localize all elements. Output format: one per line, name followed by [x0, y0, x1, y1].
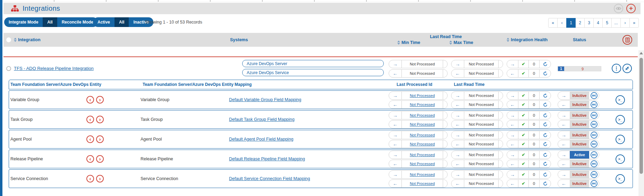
integration-name-link[interactable]: TFS - ADO Release Pipeline Integration: [14, 57, 94, 80]
add-integration-button[interactable]: +: [626, 4, 636, 13]
skip-to-end-icon[interactable]: [591, 160, 598, 167]
skip-to-end-icon[interactable]: [591, 101, 598, 108]
page-ellipsis[interactable]: ...: [611, 18, 621, 28]
mapping-link[interactable]: Default Task Group Field Mapping: [229, 110, 295, 128]
last-processed-id-link[interactable]: Not Processed: [401, 112, 443, 119]
sort-icon[interactable]: [397, 41, 400, 45]
page-prev[interactable]: ‹: [557, 18, 567, 28]
skip-to-end-icon[interactable]: [591, 132, 598, 139]
page-2[interactable]: 2: [575, 18, 585, 28]
sync-icon[interactable]: [540, 92, 551, 99]
skip-to-end-icon[interactable]: [591, 121, 598, 128]
mapping-link[interactable]: Default Release Pipeline Field Mapping: [229, 150, 305, 168]
last-processed-id-link[interactable]: Not Processed: [401, 140, 443, 148]
status-badge: InActive: [570, 180, 589, 187]
skip-to-end-icon[interactable]: [591, 92, 598, 99]
chevron-right-icon[interactable]: ›: [96, 96, 104, 104]
scrollbar-thumb[interactable]: [639, 58, 643, 174]
chevron-left-icon[interactable]: ‹: [86, 116, 94, 123]
page-5[interactable]: 5: [602, 18, 612, 28]
scroll-up-icon[interactable]: [639, 52, 643, 54]
sort-icon[interactable]: [14, 38, 17, 42]
last-processed-reverse: ← Not Processed: [389, 100, 448, 109]
sync-icon[interactable]: [540, 70, 551, 77]
skip-to-end-icon[interactable]: [591, 171, 598, 178]
min-time-reverse: ← Not Processed: [389, 69, 448, 78]
skip-to-end-icon[interactable]: [591, 112, 598, 119]
status-completed-count: 1: [558, 66, 564, 71]
status-badge: InActive: [570, 112, 589, 119]
toggle-reconcile-mode[interactable]: Reconcile Mode: [57, 17, 98, 27]
select-all-radio[interactable]: [6, 37, 11, 42]
sync-icon[interactable]: [540, 160, 551, 168]
eye-icon[interactable]: [614, 4, 623, 13]
chevron-left-icon[interactable]: ‹: [86, 96, 94, 104]
last-read-value: Not Processed: [464, 160, 499, 168]
forward-arrow-icon: →: [389, 131, 401, 139]
last-processed-id-link[interactable]: Not Processed: [401, 121, 443, 128]
sync-icon[interactable]: [540, 151, 551, 159]
column-last-read-time: Last Read Time: [389, 34, 503, 39]
sync-icon[interactable]: [540, 112, 551, 119]
terminal-icon[interactable]: >_: [616, 135, 625, 144]
column-min-time: Min Time: [401, 40, 420, 45]
status-badge: InActive: [570, 92, 589, 99]
mapping-link[interactable]: Default Service Connection Field Mapping: [229, 170, 310, 188]
chevron-right-icon[interactable]: ›: [96, 155, 104, 163]
collapse-icon[interactable]: [622, 64, 632, 73]
toggle-active[interactable]: Active: [93, 17, 115, 27]
last-processed-id-link[interactable]: Not Processed: [401, 151, 443, 159]
forward-arrow-icon: →: [507, 112, 518, 119]
chevron-left-icon[interactable]: ‹: [86, 135, 94, 143]
toggle-integrate-mode[interactable]: Integrate Mode: [4, 17, 43, 27]
skip-to-end-icon[interactable]: [591, 180, 598, 187]
report-icon[interactable]: [622, 35, 632, 45]
mapping-link[interactable]: Default Variable Group Field Mapping: [229, 91, 301, 109]
terminal-icon[interactable]: >_: [616, 174, 625, 184]
sync-icon[interactable]: [540, 171, 551, 178]
skip-to-end-icon[interactable]: [591, 141, 598, 148]
terminal-icon[interactable]: >_: [616, 95, 625, 105]
min-time-value: Not Processed: [401, 70, 443, 77]
page-1[interactable]: 1: [566, 18, 576, 28]
last-processed-forward: → Not Processed: [389, 151, 448, 159]
page-next[interactable]: ›: [620, 18, 630, 28]
chevron-right-icon[interactable]: ›: [96, 116, 104, 123]
last-processed-id-link[interactable]: Not Processed: [401, 131, 443, 139]
sync-icon[interactable]: [540, 131, 551, 139]
chevron-right-icon[interactable]: ›: [96, 135, 104, 143]
chevron-left-icon[interactable]: ‹: [86, 155, 94, 163]
last-processed-id-link[interactable]: Not Processed: [401, 160, 443, 168]
mapping-link[interactable]: Default Agent Pool Field Mapping: [229, 130, 294, 148]
toggle-mode-all[interactable]: All: [43, 17, 57, 27]
integrations-page: Integrations + Integrate Mode All Reconc…: [0, 0, 644, 196]
last-processed-id-link[interactable]: Not Processed: [401, 92, 443, 99]
terminal-icon[interactable]: >_: [616, 115, 625, 124]
last-processed-id-link[interactable]: Not Processed: [401, 101, 443, 108]
page-header: Integrations +: [3, 3, 641, 14]
chevron-left-icon[interactable]: ‹: [86, 175, 94, 182]
sync-icon[interactable]: [540, 60, 551, 68]
page-3[interactable]: 3: [584, 18, 594, 28]
page-last[interactable]: »: [629, 18, 639, 28]
sync-icon[interactable]: [540, 121, 551, 128]
back-arrow-icon: ←: [558, 121, 570, 128]
chevron-right-icon[interactable]: ›: [96, 175, 104, 182]
toggle-state-all[interactable]: All: [115, 17, 129, 27]
sync-icon[interactable]: [540, 140, 551, 148]
skip-to-end-icon[interactable]: [591, 151, 598, 158]
kebab-menu-icon[interactable]: [612, 64, 621, 73]
sync-icon[interactable]: [540, 101, 551, 108]
last-processed-id-link[interactable]: Not Processed: [401, 171, 443, 178]
sync-icon[interactable]: [540, 180, 551, 187]
sort-icon[interactable]: [449, 41, 452, 45]
terminal-icon[interactable]: >_: [616, 154, 625, 164]
page-first[interactable]: «: [548, 18, 558, 28]
sort-icon[interactable]: [507, 38, 509, 42]
vertical-scrollbar[interactable]: [638, 50, 644, 196]
entity-mapping-row: Agent Pool ‹ › Agent Pool Default Agent …: [9, 130, 633, 149]
page-4[interactable]: 4: [593, 18, 603, 28]
integration-radio[interactable]: [6, 66, 11, 71]
last-processed-id-link[interactable]: Not Processed: [401, 180, 443, 187]
last-read-value: Not Processed: [464, 101, 499, 108]
